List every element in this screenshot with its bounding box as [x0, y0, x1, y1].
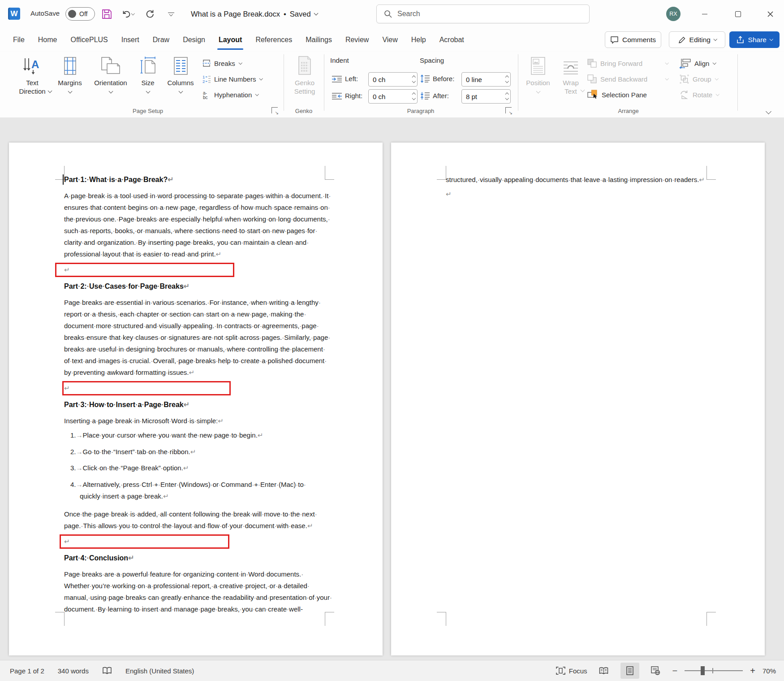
pilcrow-mark: ↵: [64, 384, 70, 392]
spacing-before-stepper[interactable]: [506, 75, 508, 82]
space-dot-mark: ·: [307, 582, 310, 590]
space-dot-mark: ·: [148, 570, 150, 578]
focus-mode-button[interactable]: Focus: [556, 667, 587, 675]
share-button[interactable]: Share: [729, 31, 780, 48]
selection-pane-button[interactable]: Selection Pane: [587, 88, 647, 101]
indent-left-input[interactable]: 0 ch: [368, 72, 418, 87]
search-input[interactable]: Search: [376, 4, 590, 23]
space-dot-mark: ·: [100, 492, 103, 500]
space-dot-mark: ·: [197, 204, 199, 211]
tab-officeplus[interactable]: OfficePLUS: [64, 28, 114, 52]
word-logo-icon[interactable]: W: [8, 8, 20, 20]
autosave-toggle[interactable]: Off: [65, 7, 95, 21]
space-dot-mark: ·: [73, 215, 76, 223]
page-indicator[interactable]: Page 1 of 2: [10, 667, 44, 675]
zoom-slider-thumb[interactable]: [701, 666, 705, 675]
align-button[interactable]: Align: [679, 57, 716, 69]
spacing-after-input[interactable]: 8 pt: [461, 89, 511, 104]
space-dot-mark: ·: [156, 448, 158, 455]
send-backward-icon: [587, 74, 597, 83]
redo-button[interactable]: [142, 7, 157, 21]
zoom-out-button[interactable]: −: [672, 666, 678, 676]
hyphenation-button[interactable]: a- bc Hyphenation: [202, 88, 258, 101]
spacing-before-input[interactable]: 0 line: [461, 72, 511, 87]
space-dot-mark: ·: [229, 310, 231, 318]
group-objects-icon: [679, 74, 689, 84]
space-dot-mark: ·: [220, 299, 222, 306]
zoom-slider[interactable]: [685, 670, 743, 671]
space-dot-mark: ·: [289, 299, 291, 306]
web-layout-button[interactable]: [646, 663, 665, 679]
space-dot-mark: ·: [120, 357, 122, 364]
minimize-button[interactable]: [694, 4, 715, 23]
spacing-after-stepper[interactable]: [506, 92, 508, 99]
space-dot-mark: ·: [168, 448, 170, 455]
size-icon: [140, 54, 156, 75]
space-dot-mark: ·: [291, 215, 293, 223]
space-dot-mark: ·: [292, 204, 294, 211]
space-dot-mark: ·: [663, 176, 665, 183]
indent-right-stepper[interactable]: [413, 92, 415, 99]
zoom-percentage[interactable]: 70%: [762, 667, 776, 675]
space-dot-mark: ·: [100, 250, 103, 258]
space-dot-mark: ·: [164, 204, 166, 211]
zoom-in-button[interactable]: +: [750, 666, 755, 676]
line-numbers-button[interactable]: 1 2 Line Numbers: [202, 73, 263, 85]
paragraph-dialog-launcher[interactable]: ↘: [505, 107, 512, 113]
svg-text:bc: bc: [203, 95, 208, 100]
customize-quick-access-toolbar-icon[interactable]: [164, 7, 178, 21]
list-item: 1.→Place·your·cursor·where·you·want·the·…: [64, 429, 333, 441]
tab-acrobat[interactable]: Acrobat: [433, 28, 471, 52]
tab-draw[interactable]: Draw: [146, 28, 176, 52]
indent-left-stepper[interactable]: [413, 75, 415, 82]
editing-dropdown-icon: [714, 37, 717, 41]
proofing-status[interactable]: [102, 667, 112, 675]
read-mode-button[interactable]: [594, 663, 613, 679]
orientation-button[interactable]: Orientation: [89, 54, 133, 93]
tab-home[interactable]: Home: [31, 28, 64, 52]
space-dot-mark: ·: [181, 570, 183, 578]
undo-button[interactable]: [118, 7, 138, 21]
collapse-ribbon-button[interactable]: [762, 107, 775, 117]
doc-line: clarity·and·organization.·By·inserting·p…: [64, 237, 333, 248]
editing-mode-button[interactable]: Editing: [669, 31, 725, 48]
tab-insert[interactable]: Insert: [115, 28, 146, 52]
margins-button[interactable]: Margins: [53, 54, 87, 93]
indent-right-input[interactable]: 0 ch: [368, 89, 418, 104]
space-dot-mark: ·: [87, 176, 89, 183]
comments-button[interactable]: Comments: [605, 31, 661, 48]
tab-references[interactable]: References: [249, 28, 299, 52]
document-page-1[interactable]: Part·1:·What·is·a·Page·Break?↵A·page·bre…: [9, 143, 383, 655]
save-button[interactable]: [99, 7, 114, 21]
tab-help[interactable]: Help: [405, 28, 433, 52]
tab-review[interactable]: Review: [339, 28, 375, 52]
size-button[interactable]: Size: [134, 54, 161, 93]
print-layout-button[interactable]: [620, 663, 639, 679]
tab-mailings[interactable]: Mailings: [299, 28, 339, 52]
columns-button[interactable]: Columns: [163, 54, 198, 93]
genko-setting-button: Genko Setting: [287, 54, 323, 95]
space-dot-mark: ·: [207, 299, 209, 306]
tab-view[interactable]: View: [375, 28, 404, 52]
space-dot-mark: ·: [502, 176, 504, 183]
close-button[interactable]: [760, 4, 780, 23]
breaks-button[interactable]: Breaks: [202, 57, 241, 69]
tab-file[interactable]: File: [6, 28, 31, 52]
avatar[interactable]: RX: [666, 7, 681, 21]
tab-layout[interactable]: Layout: [212, 28, 249, 52]
text-direction-button[interactable]: A Text Direction: [13, 54, 51, 92]
language-indicator[interactable]: English (United States): [125, 667, 194, 675]
tab-design[interactable]: Design: [176, 28, 212, 52]
space-dot-mark: ·: [125, 492, 127, 500]
page-setup-dialog-launcher[interactable]: ↘: [271, 107, 278, 113]
bring-forward-button: Bring Forward: [587, 57, 668, 69]
document-page-2[interactable]: structured,·visually·appealing·documents…: [391, 143, 765, 655]
space-dot-mark: ·: [209, 594, 211, 601]
doc-paragraph: Once·the·page·break·is·added,·all·conten…: [64, 508, 333, 532]
space-dot-mark: ·: [121, 334, 123, 341]
maximize-button[interactable]: [728, 4, 748, 23]
word-count[interactable]: 340 words: [58, 667, 89, 675]
pilcrow-mark: ↵: [216, 250, 222, 258]
document-title-group[interactable]: What is a Page Break.docx • Saved: [191, 0, 318, 28]
space-dot-mark: ·: [139, 464, 141, 472]
